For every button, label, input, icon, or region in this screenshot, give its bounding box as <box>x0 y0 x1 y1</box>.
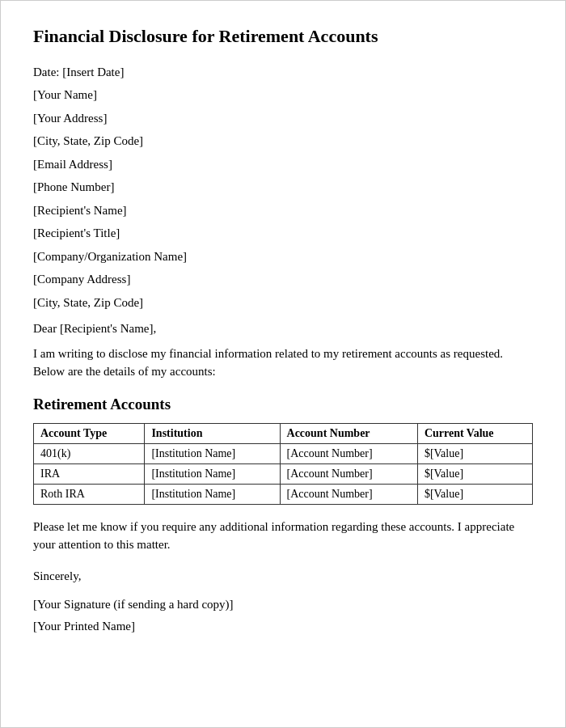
closing-label: Sincerely, <box>33 565 533 587</box>
col-account-type: Account Type <box>34 423 145 443</box>
field-recipient-title: [Recipient's Title] <box>33 224 533 243</box>
field-date: Date: [Insert Date] <box>33 63 533 82</box>
field-company-address: [Company Address] <box>33 270 533 289</box>
section-title: Retirement Accounts <box>33 396 533 413</box>
field-city-state-zip-1: [City, State, Zip Code] <box>33 132 533 150</box>
closing-block: Sincerely, [Your Signature (if sending a… <box>33 565 533 637</box>
field-email: [Email Address] <box>33 155 533 174</box>
intro-text: I am writing to disclose my financial in… <box>33 345 533 381</box>
table-cell-0-1: [Institution Name] <box>145 443 280 463</box>
table-cell-2-3: $[Value] <box>417 484 532 504</box>
table-header-row: Account Type Institution Account Number … <box>34 423 533 443</box>
col-current-value: Current Value <box>417 423 532 443</box>
signature-line: [Your Signature (if sending a hard copy)… <box>33 594 533 616</box>
table-row: IRA[Institution Name][Account Number]$[V… <box>34 463 533 484</box>
col-account-number: Account Number <box>280 423 417 443</box>
table-cell-1-0: IRA <box>34 463 145 484</box>
table-cell-0-3: $[Value] <box>417 443 532 463</box>
field-recipient-name: [Recipient's Name] <box>33 201 533 220</box>
accounts-table: Account Type Institution Account Number … <box>33 423 533 505</box>
table-row: 401(k)[Institution Name][Account Number]… <box>34 443 533 463</box>
table-cell-2-0: Roth IRA <box>34 484 145 504</box>
field-phone: [Phone Number] <box>33 178 533 197</box>
col-institution: Institution <box>145 423 280 443</box>
table-cell-0-0: 401(k) <box>34 443 145 463</box>
field-name: [Your Name] <box>33 86 533 104</box>
table-row: Roth IRA[Institution Name][Account Numbe… <box>34 484 533 504</box>
page-title: Financial Disclosure for Retirement Acco… <box>33 25 533 49</box>
table-cell-1-1: [Institution Name] <box>145 463 280 484</box>
field-company-name: [Company/Organization Name] <box>33 248 533 266</box>
table-cell-1-2: [Account Number] <box>280 463 417 484</box>
salutation: Dear [Recipient's Name], <box>33 320 533 338</box>
printed-name: [Your Printed Name] <box>33 616 533 637</box>
table-cell-1-3: $[Value] <box>417 463 532 484</box>
page-wrapper: Financial Disclosure for Retirement Acco… <box>0 0 566 728</box>
footer-text: Please let me know if you require any ad… <box>33 518 533 554</box>
field-address: [Your Address] <box>33 109 533 128</box>
info-fields: Date: [Insert Date] [Your Name] [Your Ad… <box>33 63 533 312</box>
table-cell-2-1: [Institution Name] <box>145 484 280 504</box>
table-cell-0-2: [Account Number] <box>280 443 417 463</box>
field-city-state-zip-2: [City, State, Zip Code] <box>33 294 533 312</box>
table-cell-2-2: [Account Number] <box>280 484 417 504</box>
